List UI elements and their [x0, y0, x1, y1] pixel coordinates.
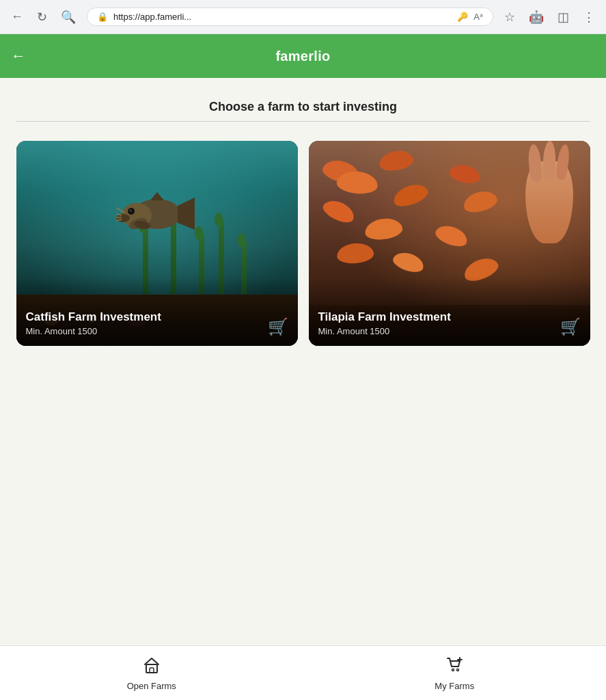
- browser-chrome: ← ↻ 🔍 🔒 https://app.famerli... 🔑 Aᵃ ☆ 🤖 …: [0, 0, 606, 34]
- tilapia-card-title: Tilapia Farm Investment: [318, 310, 451, 324]
- svg-rect-13: [146, 664, 157, 673]
- catfish-card-overlay: Catfish Farm Investment Min. Amount 1500…: [16, 276, 298, 346]
- tilapia-fish-7: [447, 163, 481, 186]
- svg-point-15: [452, 669, 454, 671]
- my-farms-label: My Farms: [435, 681, 474, 691]
- nav-item-my-farms[interactable]: My Farms: [303, 646, 607, 700]
- page-heading: Choose a farm to start investing: [209, 100, 397, 114]
- back-button[interactable]: ←: [11, 47, 26, 65]
- url-text: https://app.famerli...: [113, 12, 191, 22]
- tilapia-fish-9: [433, 222, 470, 250]
- key-icon: 🔑: [457, 12, 468, 22]
- svg-marker-8: [150, 192, 164, 200]
- browser-star-btn[interactable]: ☆: [501, 7, 518, 27]
- tilapia-fish-4: [391, 180, 430, 210]
- bottom-nav: Open Farms My Farms: [0, 645, 606, 700]
- svg-line-5: [116, 211, 122, 215]
- lock-icon: 🔒: [97, 12, 108, 22]
- section-divider: [16, 121, 590, 122]
- tilapia-fish-5: [320, 196, 357, 226]
- farms-grid: Catfish Farm Investment Min. Amount 1500…: [16, 141, 590, 346]
- tilapia-card-subtitle: Min. Amount 1500: [318, 326, 451, 336]
- tilapia-card-overlay: Tilapia Farm Investment Min. Amount 1500…: [309, 276, 590, 346]
- app-header: ← famerlio: [0, 34, 606, 78]
- browser-back-btn[interactable]: ←: [8, 7, 26, 27]
- catfish-cart-icon[interactable]: 🛒: [268, 317, 288, 336]
- tilapia-fish-6: [363, 216, 404, 241]
- app-title: famerlio: [275, 49, 330, 64]
- nav-item-open-farms[interactable]: Open Farms: [0, 646, 303, 700]
- catfish-card-subtitle: Min. Amount 1500: [26, 326, 161, 336]
- tilapia-card-info: Tilapia Farm Investment Min. Amount 1500: [318, 310, 451, 336]
- svg-point-16: [457, 669, 459, 671]
- browser-search-btn[interactable]: 🔍: [58, 7, 79, 27]
- tilapia-farm-card[interactable]: Tilapia Farm Investment Min. Amount 1500…: [309, 141, 590, 346]
- tilapia-fish-10: [336, 242, 374, 265]
- tilapia-fish-8: [461, 188, 499, 215]
- address-bar[interactable]: 🔒 https://app.famerli... 🔑 Aᵃ: [87, 8, 493, 26]
- browser-split-btn[interactable]: ◫: [555, 7, 572, 27]
- catfish-card-info: Catfish Farm Investment Min. Amount 1500: [26, 310, 161, 336]
- hand-container: [519, 141, 590, 278]
- tilapia-cart-icon[interactable]: 🛒: [560, 317, 581, 336]
- browser-menu-btn[interactable]: ⋮: [580, 7, 598, 27]
- tilapia-fish-2: [377, 148, 414, 173]
- open-farms-label: Open Farms: [127, 681, 176, 691]
- browser-extension-btn[interactable]: 🤖: [526, 7, 547, 27]
- cart-plus-icon: [445, 655, 464, 678]
- svg-point-3: [129, 209, 132, 212]
- main-content: Choose a farm to start investing: [0, 78, 606, 645]
- home-icon: [142, 655, 161, 678]
- catfish-farm-card[interactable]: Catfish Farm Investment Min. Amount 1500…: [16, 141, 298, 346]
- svg-rect-14: [150, 668, 154, 673]
- svg-point-4: [116, 214, 130, 222]
- svg-line-12: [116, 206, 124, 213]
- svg-marker-11: [178, 198, 195, 230]
- catfish-card-title: Catfish Farm Investment: [26, 310, 161, 324]
- font-icon: Aᵃ: [473, 12, 483, 22]
- catfish-illustration: [116, 185, 198, 240]
- tilapia-fish-11: [391, 250, 426, 275]
- browser-refresh-btn[interactable]: ↻: [34, 7, 50, 27]
